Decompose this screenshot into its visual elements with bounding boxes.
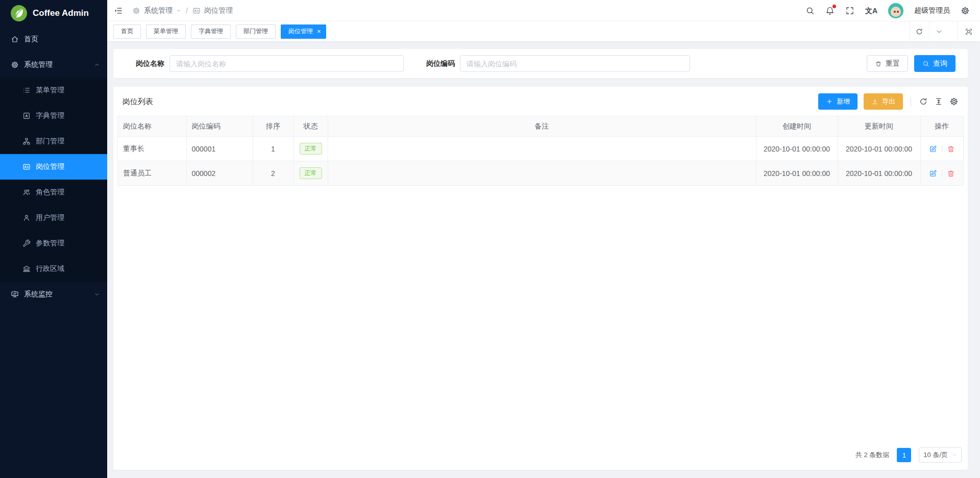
search-button[interactable] [805,6,815,15]
refresh-tab-button[interactable] [909,21,929,41]
sidebar-item-label: 系统管理 [24,60,94,69]
tab-post-mgmt[interactable]: 岗位管理 [281,24,326,39]
page-size-value: 10 条/页 [923,450,948,460]
table-row: 董事长 000001 1 正常 2020-10-01 00:00:00 2020… [118,137,963,161]
post-code-label: 岗位编码 [404,59,455,68]
query-label: 查询 [933,59,947,68]
col-post-code: 岗位编码 [186,116,253,137]
page-size-select[interactable]: 10 条/页 [919,447,962,463]
cell-status: 正常 [293,161,328,186]
sidebar-item-label: 岗位管理 [36,162,100,171]
tab-dept-mgmt[interactable]: 部门管理 [236,24,276,39]
query-button[interactable]: 查询 [914,55,955,72]
cell-created: 2020-10-01 00:00:00 [756,137,838,161]
chevron-down-icon [952,452,957,458]
home-icon [11,35,19,43]
tab-home[interactable]: 首页 [113,24,141,39]
post-name-input[interactable] [169,55,404,72]
sidebar-item-dict-mgmt[interactable]: 字典管理 [0,103,107,129]
add-label: 新增 [837,97,850,106]
edit-button[interactable] [929,145,937,153]
breadcrumb: 系统管理 / 岗位管理 [132,6,233,15]
chevron-up-icon [94,62,100,68]
sidebar-item-menu-mgmt[interactable]: 菜单管理 [0,78,107,103]
status-badge: 正常 [300,167,322,179]
tab-tools [909,21,980,41]
column-settings-button[interactable] [949,97,959,106]
sidebar-item-user-mgmt[interactable]: 用户管理 [0,205,107,231]
post-table: 岗位名称 岗位编码 排序 状态 备注 创建时间 更新时间 操作 董事长 [117,116,964,186]
app-title: Coffee Admin [33,8,89,18]
tab-menu-mgmt[interactable]: 菜单管理 [146,24,186,39]
edit-icon [929,145,937,153]
edit-icon [929,169,937,178]
sidebar-item-post-mgmt[interactable]: 岗位管理 [0,154,107,180]
gear-icon [949,97,959,106]
notification-dot [832,5,836,8]
sidebar-item-dept-mgmt[interactable]: 部门管理 [0,129,107,154]
refresh-table-button[interactable] [919,97,928,106]
chevron-down-icon [176,8,181,13]
sidebar-item-role-mgmt[interactable]: 角色管理 [0,180,107,205]
search-actions: 重置 查询 [867,55,955,72]
table-toolbar: 新增 导出 [818,93,959,110]
breadcrumb-section[interactable]: 系统管理 [144,6,173,15]
bank-icon [22,265,31,273]
main-area: 系统管理 / 岗位管理 文A 超级管理员 [107,0,980,478]
search-panel: 岗位名称 岗位编码 重置 查询 [113,49,968,78]
notifications-button[interactable] [825,6,835,15]
status-badge: 正常 [300,143,322,155]
page-content: 岗位名称 岗位编码 重置 查询 岗位列表 [107,41,980,478]
list-icon [22,86,31,94]
table-row: 普通员工 000002 2 正常 2020-10-01 00:00:00 202… [118,161,963,186]
sidebar-item-label: 字典管理 [36,111,100,120]
sidebar-nav: 首页 系统管理 菜单管理 字典管理 部门管理 岗位管理 [0,27,107,307]
tab-close-icon[interactable] [317,28,321,35]
post-list-panel: 岗位列表 新增 导出 [113,87,968,470]
collapse-sidebar-button[interactable] [114,6,123,15]
row-density-button[interactable] [934,97,943,106]
sidebar-item-param-mgmt[interactable]: 参数管理 [0,231,107,256]
post-code-input[interactable] [460,55,690,72]
col-actions: 操作 [920,116,963,137]
delete-button[interactable] [947,145,955,153]
post-name-label: 岗位名称 [113,59,164,68]
col-remark: 备注 [328,116,756,137]
tab-dict-mgmt[interactable]: 字典管理 [191,24,231,39]
col-created: 创建时间 [756,116,838,137]
fullscreen-button[interactable] [845,6,854,15]
add-button[interactable]: 新增 [818,93,857,110]
sidebar-item-label: 用户管理 [36,213,100,222]
sidebar-item-region-mgmt[interactable]: 行政区域 [0,256,107,282]
cell-remark [328,137,756,161]
avatar[interactable] [888,3,903,18]
delete-button[interactable] [947,169,955,178]
cell-remark [328,161,756,186]
sidebar-item-system[interactable]: 系统管理 [0,52,107,78]
sidebar-item-monitor[interactable]: 系统监控 [0,282,107,307]
sidebar-item-label: 系统监控 [24,290,94,299]
language-button[interactable]: 文A [865,7,877,14]
reset-icon [875,60,882,67]
export-button[interactable]: 导出 [864,93,903,110]
tab-options-button[interactable] [929,21,949,41]
badge-icon [22,163,31,171]
gear-icon [132,7,140,15]
tab-label: 字典管理 [199,27,223,36]
edit-button[interactable] [929,169,937,178]
cell-sort: 1 [253,137,293,161]
username[interactable]: 超级管理员 [914,6,950,15]
cell-status: 正常 [293,137,328,161]
page-button-1[interactable]: 1 [897,448,911,462]
sidebar-item-home[interactable]: 首页 [0,27,107,52]
refresh-icon [915,28,923,36]
action-divider [942,145,942,152]
settings-button[interactable] [961,6,970,15]
col-status: 状态 [293,116,328,137]
sidebar: Coffee Admin 首页 系统管理 菜单管理 字典管理 部门管理 [0,0,107,478]
tab-label: 菜单管理 [154,27,178,36]
reset-button[interactable]: 重置 [867,55,908,72]
trash-icon [947,169,955,178]
leaf-logo-icon [10,5,28,22]
maximize-content-button[interactable] [957,21,980,41]
